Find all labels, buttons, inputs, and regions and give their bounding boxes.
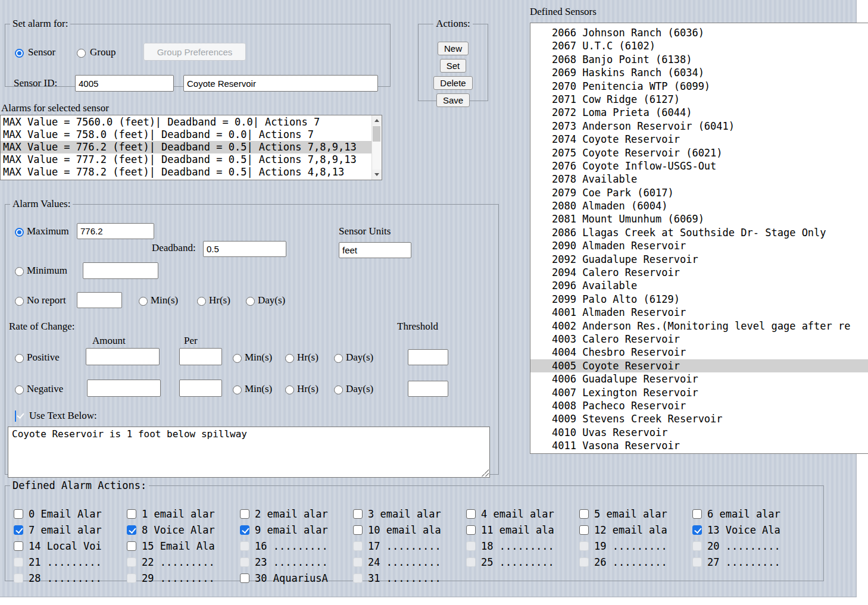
sensor-list-item[interactable]: 4009 Stevens Creek Reservoir [530,412,868,425]
sensor-list-item[interactable]: 2080 Almaden (6004) [530,199,868,212]
resize-grip-icon[interactable] [482,469,489,477]
alarm-action-item[interactable]: 30 AquariusA [240,572,328,584]
sensor-list-item[interactable]: 2073 Anderson Reservoir (6041) [530,120,868,133]
alarm-list-item[interactable]: MAX Value = 778.2 (feet)| Deadband = 0.5… [1,166,371,178]
checkbox-icon[interactable] [127,509,136,519]
alarms-scrollbar[interactable] [371,115,382,180]
checkbox-icon[interactable] [127,541,136,551]
minimum-radio[interactable] [15,267,24,276]
sensor-list-item[interactable]: 4011 Vasona Reservoir [530,439,868,452]
negative-per-input[interactable] [179,380,222,397]
sensor-list-item[interactable]: 2081 Mount Umunhum (6069) [530,212,868,225]
sensor-units-input[interactable] [339,242,411,258]
no-report-radio[interactable] [15,297,24,306]
sensor-list-item[interactable]: 4004 Chesbro Reservoir [530,346,868,359]
sensor-list-item[interactable]: 2074 Coyote Reservoir [530,133,868,146]
positive-hrs-radio[interactable] [285,354,294,363]
maximum-radio-label[interactable]: Maximum [27,225,69,237]
positive-per-input[interactable] [179,348,222,365]
sensor-list-item[interactable]: 4005 Coyote Reservoir [530,359,868,372]
maximum-value-input[interactable] [77,223,154,239]
negative-days-radio[interactable] [334,385,343,394]
checkbox-icon[interactable] [240,573,249,583]
negative-hrs-radio[interactable] [285,385,294,394]
group-radio[interactable] [77,49,86,58]
sensor-list-item[interactable]: 2067 U.T.C (6102) [530,39,868,52]
sensor-list-item[interactable]: 4008 Pacheco Reservoir [530,399,868,412]
sensor-list-item[interactable]: 2096 Available [530,279,868,292]
scroll-down-icon[interactable] [372,170,382,180]
use-text-label[interactable]: Use Text Below: [29,410,97,422]
alarm-action-item[interactable]: 4 email alar [466,508,554,520]
positive-radio[interactable] [15,354,24,363]
sensor-radio[interactable] [15,49,24,58]
sensor-list-item[interactable]: 2075 Coyote Reservoir (6021) [530,146,868,159]
alarm-action-item[interactable]: 7 email alar [14,524,102,536]
positive-amount-input[interactable] [86,348,160,365]
sensor-list-item[interactable]: 4010 Uvas Reservoir [530,426,868,439]
positive-radio-label[interactable]: Positive [27,352,60,363]
sensor-list-item[interactable]: 2076 Coyote Inflow-USGS-Out [530,159,868,173]
alarm-action-item[interactable]: 5 email alar [579,508,667,520]
group-radio-label[interactable]: Group [90,46,115,58]
sensor-list-item[interactable]: 2078 Available [530,173,868,186]
alarm-list-item[interactable]: MAX Value = 7560.0 (feet)| Deadband = 0.… [1,116,371,128]
sensor-list-item[interactable]: 4006 Guadalupe Reservoir [530,372,868,385]
no-report-mins-radio[interactable] [139,297,148,306]
negative-days-label[interactable]: Day(s) [346,383,373,395]
defined-sensors-listbox[interactable]: 2066 Johnson Ranch (6036)2067 U.T.C (610… [530,23,868,454]
sensor-list-item[interactable]: 2068 Banjo Point (6138) [530,53,868,66]
alarm-action-item[interactable]: 0 Email Alar [14,508,102,520]
alarm-action-item[interactable]: 13 Voice Ala [692,524,780,536]
sensor-list-item[interactable]: 4002 Anderson Res.(Monitoring level gage… [530,319,868,333]
sensor-name-input[interactable] [183,75,378,92]
negative-amount-input[interactable] [87,380,161,397]
sensor-list-item[interactable]: 4001 Almaden Reservoir [530,306,868,319]
checkbox-icon[interactable] [466,525,476,535]
no-report-radio-label[interactable]: No report [27,294,66,306]
sensor-list-item[interactable]: 2099 Palo Alto (6129) [530,293,868,306]
alarm-action-item[interactable]: 12 email ala [579,524,667,536]
checkbox-icon[interactable] [466,509,476,519]
alarm-action-item[interactable]: 15 Email Ala [127,540,215,552]
sensor-list-item[interactable]: 2066 Johnson Ranch (6036) [530,26,868,39]
positive-days-label[interactable]: Day(s) [346,352,373,363]
sensor-list-item[interactable]: 2071 Cow Ridge (6127) [530,93,868,106]
alarm-action-item[interactable]: 3 email alar [353,508,441,520]
checkbox-icon[interactable] [240,509,249,519]
no-report-value-input[interactable] [77,292,122,308]
checkbox-icon[interactable] [353,509,363,519]
alarm-action-item[interactable]: 9 email alar [240,524,328,536]
negative-radio-label[interactable]: Negative [27,383,63,395]
minimum-value-input[interactable] [83,262,158,279]
alarm-list-item[interactable]: MAX Value = 758.0 (feet)| Deadband = 0.0… [1,128,371,141]
alarm-action-item[interactable]: 6 email alar [692,508,780,520]
alarm-action-item[interactable]: 8 Voice Alar [127,524,215,536]
checkbox-icon[interactable] [240,525,249,535]
sensor-list-item[interactable]: 2079 Coe Park (6017) [530,186,868,199]
deadband-input[interactable] [203,241,286,257]
scroll-up-icon[interactable] [372,115,382,126]
set-button[interactable]: Set [440,59,467,73]
negative-radio[interactable] [15,385,24,394]
sensor-list-item[interactable]: 4007 Lexington Reservoir [530,386,868,399]
alarm-action-item[interactable]: 10 email ala [353,524,441,536]
checkbox-icon[interactable] [14,509,23,519]
alarms-listbox[interactable]: MAX Value = 7560.0 (feet)| Deadband = 0.… [0,115,382,180]
positive-days-radio[interactable] [334,354,343,363]
alarm-action-item[interactable]: 2 email alar [240,508,328,520]
negative-mins-label[interactable]: Min(s) [245,383,272,395]
sensor-list-item[interactable]: 2070 Penitencia WTP (6099) [530,80,868,93]
checkbox-icon[interactable] [579,509,589,519]
checkbox-icon[interactable] [14,525,23,535]
alarm-action-item[interactable]: 14 Local Voi [14,540,102,552]
no-report-mins-label[interactable]: Min(s) [151,294,178,306]
checkbox-icon[interactable] [353,525,363,535]
positive-mins-radio[interactable] [233,354,242,363]
sensor-list-item[interactable]: 2090 Almaden Reservoir [530,239,868,252]
checkbox-icon[interactable] [692,525,702,535]
sensor-list-item[interactable]: 2069 Haskins Ranch (6034) [530,66,868,79]
alarm-action-item[interactable]: 1 email alar [127,508,215,520]
no-report-days-label[interactable]: Day(s) [258,294,285,306]
maximum-radio[interactable] [15,228,24,237]
